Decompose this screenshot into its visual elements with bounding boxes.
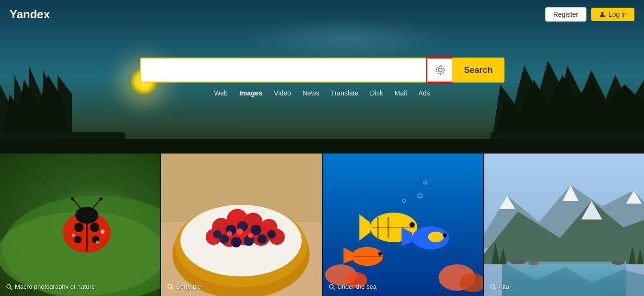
svg-point-94 <box>528 261 539 265</box>
image-grid: Macro photography of nature <box>0 154 644 296</box>
svg-line-59 <box>171 288 173 290</box>
svg-line-83 <box>333 288 335 290</box>
logo: Yandex <box>10 8 50 21</box>
nav-images[interactable]: Images <box>239 89 262 97</box>
grid-text-ladybug: Macro photography of nature <box>15 283 95 290</box>
grid-item-sea[interactable]: Under the sea <box>323 154 483 296</box>
search-icon-sea <box>328 284 335 290</box>
nav-video[interactable]: Video <box>274 89 291 97</box>
grid-text-berry: Berry pie <box>176 283 201 290</box>
nav-mail[interactable]: Mail <box>395 89 407 97</box>
svg-point-56 <box>248 233 253 238</box>
grid-item-altai[interactable]: Altai <box>484 154 644 296</box>
nav-ads[interactable]: Ads <box>419 89 430 97</box>
search-button[interactable]: Search <box>452 58 504 83</box>
svg-point-50 <box>231 237 242 248</box>
svg-point-53 <box>213 230 222 239</box>
svg-line-31 <box>10 288 12 290</box>
svg-point-25 <box>71 197 74 201</box>
grid-text-altai: Altai <box>499 283 511 290</box>
sea-illustration <box>323 154 483 296</box>
ground <box>0 139 644 154</box>
header: Yandex Register Log in <box>0 0 644 29</box>
svg-point-69 <box>409 222 414 227</box>
svg-point-29 <box>96 241 99 244</box>
grid-label-berry: Berry pie <box>167 283 201 290</box>
svg-point-28 <box>72 234 75 237</box>
nav-news[interactable]: News <box>303 89 319 97</box>
svg-point-0 <box>601 12 603 14</box>
camera-icon <box>434 64 446 76</box>
svg-point-20 <box>90 223 99 232</box>
svg-point-77 <box>378 252 382 256</box>
svg-point-26 <box>99 197 103 201</box>
camera-search-button[interactable] <box>427 58 452 83</box>
svg-point-8 <box>436 66 444 74</box>
svg-point-82 <box>329 284 333 288</box>
svg-point-55 <box>237 228 243 235</box>
nav-links: Web Images Video News Translate Disk Mai… <box>214 89 430 97</box>
nav-web[interactable]: Web <box>214 89 228 97</box>
svg-line-102 <box>494 288 496 290</box>
search-bar: Search <box>140 58 504 83</box>
register-button[interactable]: Register <box>545 7 586 22</box>
search-input[interactable] <box>140 58 428 83</box>
grid-text-sea: Under the sea <box>338 283 377 290</box>
person-icon <box>599 11 606 18</box>
grid-label-sea: Under the sea <box>328 283 377 290</box>
ladybug-illustration <box>0 154 160 296</box>
login-button[interactable]: Log in <box>591 8 634 21</box>
svg-point-95 <box>611 260 624 265</box>
svg-point-30 <box>7 284 11 288</box>
search-icon-altai <box>490 284 496 290</box>
svg-point-7 <box>438 68 442 72</box>
grid-item-berry[interactable]: Berry pie <box>161 154 321 296</box>
berry-pie-illustration <box>161 154 321 296</box>
svg-point-101 <box>491 284 494 288</box>
nav-translate[interactable]: Translate <box>331 89 359 97</box>
svg-point-57 <box>227 231 232 237</box>
nav-disk[interactable]: Disk <box>370 89 383 97</box>
search-icon-ladybug <box>6 284 12 290</box>
login-label: Log in <box>609 11 627 18</box>
svg-point-52 <box>258 234 267 244</box>
svg-point-73 <box>443 233 447 237</box>
svg-point-19 <box>74 223 83 232</box>
search-icon-berry <box>167 284 174 290</box>
svg-point-54 <box>268 230 276 239</box>
svg-point-93 <box>510 259 526 264</box>
header-buttons: Register Log in <box>545 7 634 22</box>
svg-point-27 <box>100 229 105 234</box>
grid-item-ladybug[interactable]: Macro photography of nature <box>0 154 160 296</box>
altai-illustration <box>484 154 644 296</box>
search-area: Search Web Images Video News Translate D… <box>0 58 644 97</box>
svg-point-58 <box>168 284 172 288</box>
svg-point-72 <box>428 232 444 242</box>
svg-point-21 <box>74 236 81 243</box>
grid-label-ladybug: Macro photography of nature <box>6 283 95 290</box>
grid-label-altai: Altai <box>490 283 511 290</box>
